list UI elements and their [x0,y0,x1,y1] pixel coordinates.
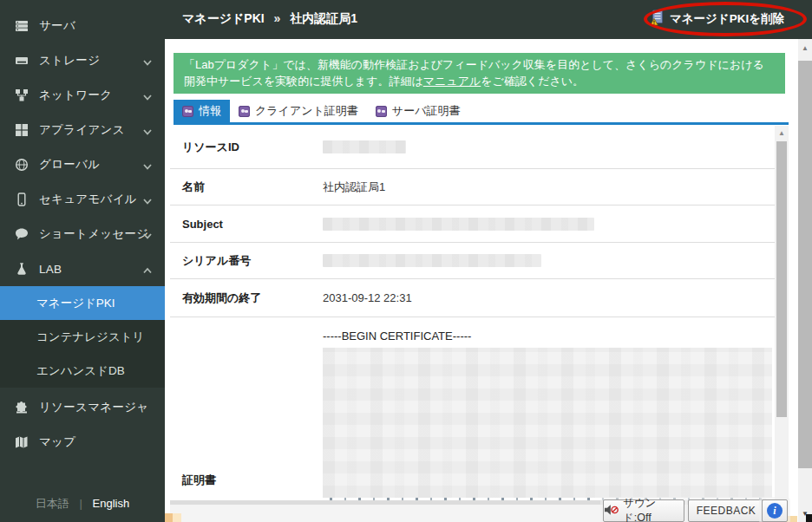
row-label: 証明書 [170,473,323,488]
chevron-down-icon [142,125,153,135]
sidebar-item-appliance[interactable]: アプライアンス [0,113,165,147]
page-header: マネージドPKI » 社内認証局1 マネージドPKIを削除 [165,0,812,39]
appliance-icon [15,123,29,137]
sidebar-item-label: グローバル [39,157,100,173]
page-scrollbar-thumb[interactable] [798,61,812,468]
table-row-subject: Subject [170,206,775,243]
redacted-value [323,254,541,267]
tab-icon [239,106,250,117]
sidebar: サーバ ストレージ ネットワーク アプライアンス [0,0,165,522]
scroll-up-arrow-icon[interactable]: ▲ [798,41,812,55]
table-row-resource-id: リソースID [170,126,775,169]
table-row-serial-number: シリアル番号 [170,243,775,279]
network-icon [15,88,29,102]
lab-submenu: マネージドPKI コンテナレジストリ エンハンスドDB [0,286,165,388]
sidebar-item-server[interactable]: サーバ [0,9,165,43]
feedback-button-label: FEEDBACK [697,505,756,517]
sidebar-item-network[interactable]: ネットワーク [0,78,165,113]
sidebar-item-label: LAB [39,263,62,276]
sidebar-item-label: セキュアモバイル [39,192,137,207]
help-info-button[interactable]: i [762,499,788,522]
sidebar-item-label: ストレージ [39,53,100,69]
redacted-certificate-block [323,348,772,498]
breadcrumb-separator: » [274,11,281,25]
delete-managed-pki-button[interactable]: マネージドPKIを削除 [650,10,784,29]
sidebar-item-short-message[interactable]: ショートメッセージ [0,217,165,251]
certificate-begin-line: -----BEGIN CERTIFICATE----- [323,330,772,343]
sidebar-item-global[interactable]: グローバル [0,147,165,182]
table-row-certificate: 証明書 -----BEGIN CERTIFICATE----- [170,317,775,500]
breadcrumb-section[interactable]: マネージドPKI [182,11,265,25]
feedback-button[interactable]: FEEDBACK [688,499,764,522]
breadcrumb: マネージドPKI » 社内認証局1 [182,11,357,27]
content-scrollbar: ▲ [775,126,789,522]
sidebar-subitem-label: マネージドPKI [36,296,115,311]
sidebar-item-secure-mobile[interactable]: セキュアモバイル [0,182,165,217]
sidebar-subitem-container-registry[interactable]: コンテナレジストリ [0,320,165,354]
chat-bubble-icon [15,227,29,241]
row-label: 有効期間の終了 [170,290,323,306]
tab-label: 情報 [199,103,221,119]
chevron-down-icon [142,90,153,101]
table-row-name: 名前 社内認証局1 [170,169,775,206]
tab-label: サーバ証明書 [392,103,461,119]
bottom-left-accent [165,513,181,522]
sound-muted-icon [604,504,619,519]
tab-info[interactable]: 情報 [174,100,230,122]
scrollbar-corner [806,514,812,522]
sidebar-item-map[interactable]: マップ [0,425,165,460]
row-value: 社内認証局1 [323,179,385,195]
breadcrumb-page: 社内認証局1 [290,11,357,25]
banner-text-after: をご確認ください。 [481,75,584,88]
scroll-up-arrow-icon[interactable]: ▲ [775,126,789,140]
mobile-icon [15,192,29,206]
redacted-value [323,218,594,231]
tab-underline [174,122,789,125]
sound-toggle-button[interactable]: サウンド:Off [603,499,684,522]
sidebar-subitem-enhanced-db[interactable]: エンハンスドDB [0,354,165,388]
managed-pki-page: サーバ ストレージ ネットワーク アプライアンス [0,0,812,522]
sidebar-item-label: サーバ [39,18,75,34]
tab-server-certificates[interactable]: サーバ証明書 [367,100,469,122]
tab-icon [376,106,387,117]
sidebar-item-label: リソースマネージャ [39,400,148,415]
server-icon [15,19,29,33]
redacted-value [323,140,406,153]
tab-label: クライアント証明書 [255,103,358,119]
storage-icon [15,54,29,68]
resource-manager-icon [15,401,29,414]
chevron-up-icon [142,264,153,274]
chevron-down-icon [142,229,153,239]
sound-button-label: サウンド:Off [623,496,684,522]
language-japanese[interactable]: 日本語 [36,497,69,510]
row-value: 2031-09-12 22:31 [323,291,412,304]
globe-icon [15,158,29,172]
chevron-down-icon [142,55,153,66]
lab-notice-banner: 「Labプロダクト」では、新機能の動作検証およびフィードバック収集を目的として、… [174,53,785,94]
info-table: リソースID 名前 社内認証局1 Subject シリアル番号 有効期間の終了 … [170,126,775,500]
row-label: リソースID [170,140,323,155]
sidebar-item-resource-manager[interactable]: リソースマネージャ [0,390,165,425]
map-icon [15,435,29,449]
content-scrollbar-thumb[interactable] [776,141,787,417]
tab-client-certificates[interactable]: クライアント証明書 [230,100,367,122]
sidebar-subitem-managed-pki[interactable]: マネージドPKI [0,286,165,320]
sidebar-item-storage[interactable]: ストレージ [0,43,165,78]
sidebar-item-label: ショートメッセージ [39,226,148,242]
page-scrollbar: ▲ ▼ [798,39,812,522]
manual-link[interactable]: マニュアル [423,75,481,88]
table-row-validity-end: 有効期間の終了 2031-09-12 22:31 [170,279,775,317]
row-label: シリアル番号 [170,253,323,269]
chevron-down-icon [142,194,153,205]
sidebar-item-label: アプライアンス [39,122,125,138]
row-label: 名前 [170,179,323,195]
chevron-down-icon [142,160,153,170]
language-divider: | [79,497,82,510]
delete-button-label: マネージドPKIを削除 [670,11,784,27]
sidebar-item-lab[interactable]: LAB [0,251,165,286]
tab-icon [182,106,193,117]
language-english[interactable]: English [93,497,130,510]
info-circle-icon: i [767,503,783,519]
sidebar-item-label: マップ [39,434,75,450]
certificate-value: -----BEGIN CERTIFICATE----- [323,330,772,498]
